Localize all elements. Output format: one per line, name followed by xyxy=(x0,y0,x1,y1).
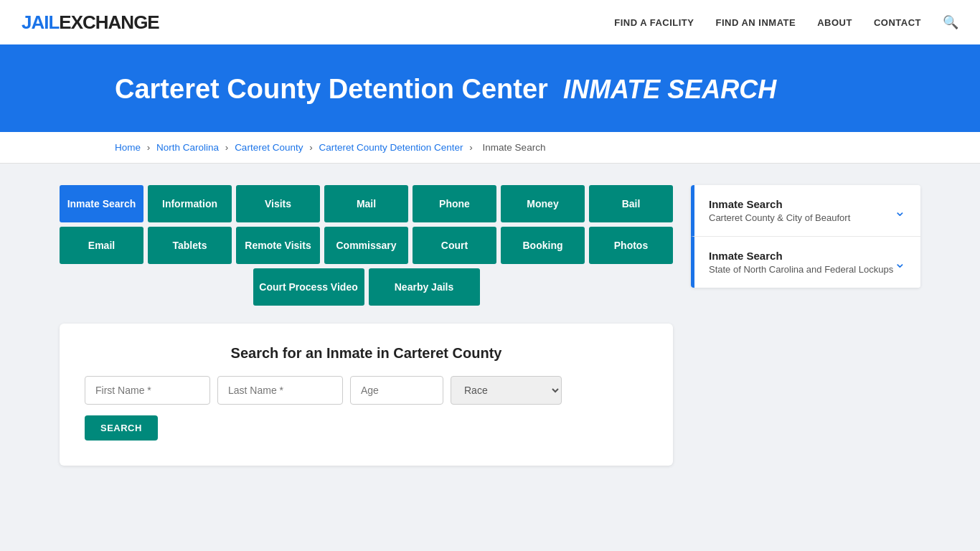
nav-about[interactable]: ABOUT xyxy=(817,17,852,28)
sidebar-item-2[interactable]: Inmate Search State of North Carolina an… xyxy=(691,237,920,288)
navbar: JAILEXCHANGE FIND A FACILITY FIND AN INM… xyxy=(0,0,980,47)
race-select[interactable]: Race White Black Hispanic Asian Other xyxy=(451,376,562,405)
firstname-input[interactable] xyxy=(85,376,210,405)
chevron-down-icon-1: ⌄ xyxy=(894,202,906,220)
nav-contact[interactable]: CONTACT xyxy=(874,17,921,28)
chevron-down-icon-2: ⌄ xyxy=(894,254,906,271)
breadcrumb-current: Inmate Search xyxy=(483,142,546,153)
breadcrumb-home[interactable]: Home xyxy=(115,142,141,153)
age-input[interactable] xyxy=(350,376,443,405)
btn-tablets[interactable]: Tablets xyxy=(148,227,232,264)
sidebar-item-1-subtitle: Carteret County & City of Beaufort xyxy=(709,212,850,223)
left-panel: Inmate Search Information Visits Mail Ph… xyxy=(60,185,673,466)
btn-money[interactable]: Money xyxy=(501,185,585,222)
btn-bail[interactable]: Bail xyxy=(589,185,673,222)
btn-information[interactable]: Information xyxy=(148,185,232,222)
sidebar-item-2-title: Inmate Search xyxy=(709,250,893,262)
sidebar-card: Inmate Search Carteret County & City of … xyxy=(691,185,920,288)
btn-booking[interactable]: Booking xyxy=(501,227,585,264)
nav-find-facility[interactable]: FIND A FACILITY xyxy=(614,17,694,28)
breadcrumb-detention[interactable]: Carteret County Detention Center xyxy=(319,142,463,153)
hero-subtitle: INMATE SEARCH xyxy=(563,75,776,104)
right-panel: Inmate Search Carteret County & City of … xyxy=(691,185,920,291)
btn-court[interactable]: Court xyxy=(413,227,496,264)
btn-commissary[interactable]: Commissary xyxy=(324,227,408,264)
btn-phone[interactable]: Phone xyxy=(413,185,496,222)
nav-find-inmate[interactable]: FIND AN INMATE xyxy=(715,17,796,28)
btn-email[interactable]: Email xyxy=(60,227,143,264)
btn-remote-visits[interactable]: Remote Visits xyxy=(236,227,320,264)
main-content: Inmate Search Information Visits Mail Ph… xyxy=(31,164,949,487)
logo-exchange: EXCHANGE xyxy=(59,11,159,33)
search-box: Search for an Inmate in Carteret County … xyxy=(60,324,673,466)
breadcrumb-nc[interactable]: North Carolina xyxy=(156,142,219,153)
breadcrumb: Home › North Carolina › Carteret County … xyxy=(0,132,980,164)
search-button[interactable]: SEARCH xyxy=(85,415,158,441)
button-row-2: Email Tablets Remote Visits Commissary C… xyxy=(60,227,673,264)
button-row-1: Inmate Search Information Visits Mail Ph… xyxy=(60,185,673,222)
btn-visits[interactable]: Visits xyxy=(236,185,320,222)
lastname-input[interactable] xyxy=(217,376,343,405)
btn-nearby-jails[interactable]: Nearby Jails xyxy=(369,268,480,306)
hero-facility-name: Carteret County Detention Center xyxy=(115,74,548,104)
hero-section: Carteret County Detention Center INMATE … xyxy=(0,47,980,132)
logo-jail: JAIL xyxy=(22,11,59,33)
sidebar-item-1-title: Inmate Search xyxy=(709,198,850,210)
sidebar-item-1[interactable]: Inmate Search Carteret County & City of … xyxy=(691,185,920,237)
sidebar-item-2-subtitle: State of North Carolina and Federal Lock… xyxy=(709,264,893,275)
site-logo[interactable]: JAILEXCHANGE xyxy=(22,11,159,34)
hero-title: Carteret County Detention Center INMATE … xyxy=(115,74,951,105)
btn-photos[interactable]: Photos xyxy=(589,227,673,264)
search-icon[interactable]: 🔍 xyxy=(943,14,958,30)
btn-court-process-video[interactable]: Court Process Video xyxy=(253,268,364,306)
button-row-3: Court Process Video Nearby Jails xyxy=(60,268,673,306)
breadcrumb-county[interactable]: Carteret County xyxy=(235,142,303,153)
btn-mail[interactable]: Mail xyxy=(324,185,408,222)
search-title: Search for an Inmate in Carteret County xyxy=(85,345,648,362)
content-wrapper: Inmate Search Information Visits Mail Ph… xyxy=(60,185,920,466)
btn-inmate-search[interactable]: Inmate Search xyxy=(60,185,143,222)
search-fields: Race White Black Hispanic Asian Other xyxy=(85,376,648,405)
nav-links: FIND A FACILITY FIND AN INMATE ABOUT CON… xyxy=(614,14,958,30)
